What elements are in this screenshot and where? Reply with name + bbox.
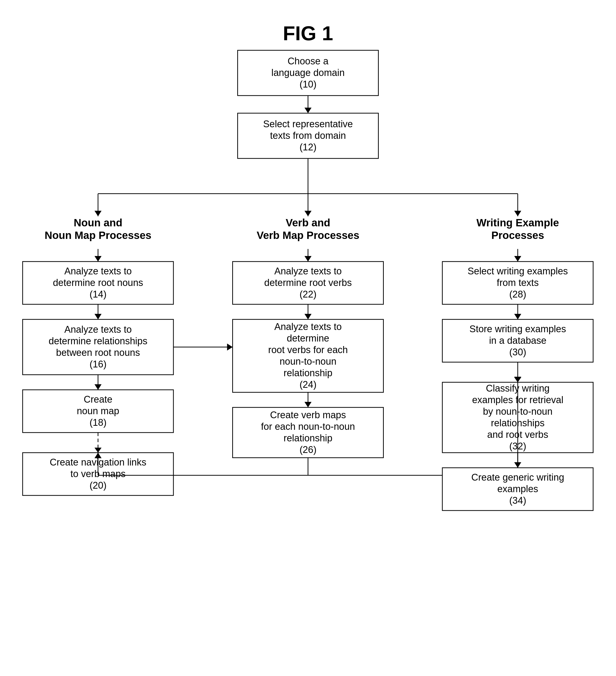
box-text: texts from domain bbox=[270, 130, 346, 141]
arrow-to-28 bbox=[514, 249, 521, 262]
arrow-16-18 bbox=[95, 375, 102, 390]
box-14: Analyze texts todetermine root nouns(14) bbox=[22, 262, 173, 304]
box-12: Select representativetexts from domain(1… bbox=[238, 113, 378, 158]
box-text: (14) bbox=[89, 289, 107, 299]
header-text: Noun Map Processes bbox=[45, 229, 151, 241]
col1-header: Noun andNoun Map Processes bbox=[45, 217, 151, 241]
svg-marker-43 bbox=[514, 462, 521, 468]
arrow-28-30 bbox=[514, 304, 521, 319]
box-text: Create bbox=[84, 394, 112, 405]
box-text: (16) bbox=[89, 359, 107, 370]
branch-col3 bbox=[514, 194, 521, 216]
box-text: (20) bbox=[89, 480, 107, 491]
box-28: Select writing examplesfrom texts(28) bbox=[442, 262, 593, 304]
box-26: Create verb mapsfor each noun-to-nounrel… bbox=[233, 407, 383, 458]
box-text: (30) bbox=[509, 347, 526, 357]
header-text: Verb and bbox=[286, 217, 330, 229]
box-text: Analyze texts to bbox=[64, 266, 132, 276]
svg-marker-23 bbox=[305, 256, 312, 262]
svg-marker-2 bbox=[305, 108, 312, 113]
h-arrow-16-24 bbox=[227, 343, 233, 351]
svg-marker-11 bbox=[95, 256, 102, 262]
svg-marker-37 bbox=[514, 314, 521, 319]
arrow-to-14 bbox=[95, 249, 102, 262]
box-text: noun-to-noun bbox=[280, 356, 336, 367]
arrow-24-26 bbox=[305, 392, 312, 407]
box-16: Analyze texts todetermine relationshipsb… bbox=[22, 319, 173, 375]
box-text: (18) bbox=[89, 417, 107, 428]
main-svg: FIG 1Choose alanguage domain(10)Select r… bbox=[0, 15, 616, 676]
box-text: (28) bbox=[509, 289, 526, 299]
box-text: (26) bbox=[300, 444, 317, 455]
box-text: root verbs for each bbox=[268, 345, 348, 355]
box-text: determine relationships bbox=[49, 336, 147, 346]
svg-marker-7 bbox=[305, 211, 312, 216]
box-18: Createnoun map(18) bbox=[22, 390, 173, 433]
box-text: Store writing examples bbox=[470, 324, 566, 334]
box-text: relationship bbox=[284, 433, 332, 443]
box-text: between root nouns bbox=[56, 347, 140, 358]
dashed-arrowhead bbox=[95, 448, 102, 453]
col2-header: Verb andVerb Map Processes bbox=[257, 217, 359, 241]
box-text: Choose a bbox=[288, 56, 329, 66]
box-text: determine root verbs bbox=[264, 277, 352, 288]
fig-title: FIG 1 bbox=[283, 22, 333, 45]
arrow-10-12 bbox=[305, 96, 312, 113]
box-text: (12) bbox=[300, 142, 317, 152]
box-text: (22) bbox=[300, 289, 317, 299]
svg-marker-17 bbox=[227, 343, 233, 351]
box-text: Analyze texts to bbox=[274, 266, 342, 276]
svg-marker-34 bbox=[514, 256, 521, 262]
box-text: in a database bbox=[489, 335, 546, 346]
box-text: examples bbox=[497, 484, 538, 494]
box-text: Select writing examples bbox=[468, 266, 568, 276]
svg-marker-5 bbox=[95, 211, 102, 216]
box-text: determine bbox=[287, 333, 329, 343]
box-text: Select representative bbox=[263, 119, 353, 129]
box-10: Choose alanguage domain(10) bbox=[238, 50, 378, 96]
header-text: Writing Example bbox=[477, 217, 559, 229]
svg-marker-14 bbox=[95, 314, 102, 319]
box-text: relationship bbox=[284, 368, 332, 378]
box-30: Store writing examplesin a database(30) bbox=[442, 319, 593, 362]
box-text: from texts bbox=[497, 277, 539, 288]
header-text: Noun and bbox=[74, 217, 122, 229]
arrow-14-16 bbox=[95, 304, 102, 319]
box-text: Analyze texts to bbox=[274, 321, 342, 332]
box-22: Analyze texts todetermine root verbs(22) bbox=[233, 262, 383, 304]
svg-marker-29 bbox=[305, 402, 312, 407]
box-34: Create generic writingexamples(34) bbox=[442, 468, 593, 510]
branch-col1 bbox=[95, 194, 102, 216]
svg-marker-26 bbox=[305, 314, 312, 319]
branch-col2 bbox=[305, 194, 312, 216]
box-text: noun map bbox=[77, 406, 119, 416]
arrow-32-34 bbox=[514, 453, 521, 468]
fork-right-arrowhead bbox=[514, 377, 521, 382]
svg-marker-19 bbox=[95, 384, 102, 390]
box-text: (34) bbox=[509, 495, 526, 506]
box-text: Create generic writing bbox=[471, 472, 564, 483]
box-24: Analyze texts todetermineroot verbs for … bbox=[233, 319, 383, 392]
header-text: Verb Map Processes bbox=[257, 229, 359, 241]
box-text: (10) bbox=[300, 79, 317, 90]
box-text: language domain bbox=[271, 67, 345, 78]
box-text: Analyze texts to bbox=[64, 324, 132, 335]
box-text: determine root nouns bbox=[53, 277, 143, 288]
box-text: Create verb maps bbox=[270, 410, 346, 420]
col3-header: Writing ExampleProcesses bbox=[477, 217, 559, 241]
header-text: Processes bbox=[491, 229, 544, 241]
arrow-to-22 bbox=[305, 249, 312, 262]
svg-marker-9 bbox=[514, 211, 521, 216]
box-text: for each noun-to-noun bbox=[261, 421, 355, 432]
arrow-22-24 bbox=[305, 304, 312, 319]
box-text: (24) bbox=[300, 379, 317, 390]
